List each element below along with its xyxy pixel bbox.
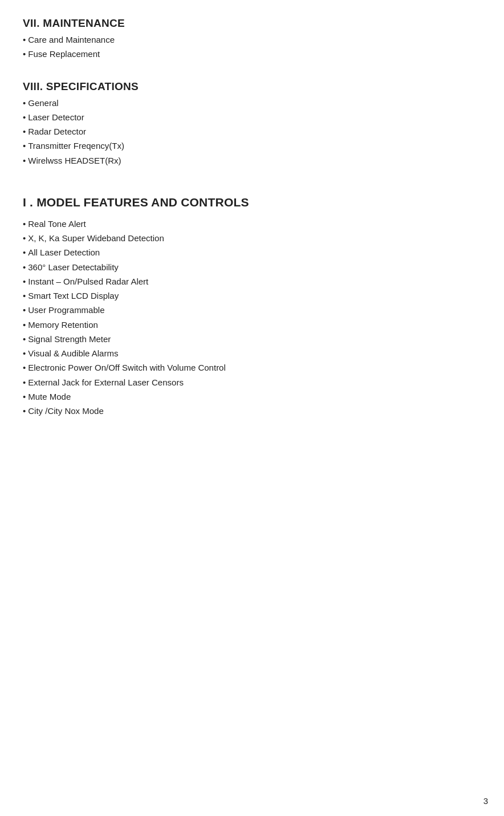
section-viii: VIII. SPECIFICATIONS • General • Laser D… [23, 80, 481, 167]
bullet-dot: • [23, 111, 26, 124]
list-item: • Visual & Audible Alarms [23, 347, 481, 360]
bullet-dot: • [23, 139, 26, 152]
spacer [23, 67, 481, 80]
list-item: • Real Tone Alert [23, 217, 481, 230]
section-i-model-heading: I . MODEL FEATURES AND CONTROLS [23, 196, 481, 209]
bullet-dot: • [23, 261, 26, 274]
bullet-dot: • [23, 232, 26, 245]
bullet-dot: • [23, 332, 26, 346]
item-label: Real Tone Alert [28, 217, 86, 230]
list-item: • Electronic Power On/Off Switch with Vo… [23, 361, 481, 374]
list-item: • Radar Detector [23, 125, 481, 138]
spacer-large [23, 173, 481, 196]
item-label: General [28, 96, 58, 109]
item-label: All Laser Detection [28, 246, 100, 259]
item-label: Signal Strength Meter [28, 332, 111, 346]
page-number: 3 [483, 796, 488, 806]
list-item: • External Jack for External Laser Censo… [23, 376, 481, 389]
list-item: • City /City Nox Mode [23, 404, 481, 417]
list-item: • All Laser Detection [23, 246, 481, 259]
bullet-dot: • [23, 318, 26, 331]
list-item: • Transmitter Freqency(Tx) [23, 139, 481, 152]
bullet-dot: • [23, 217, 26, 230]
section-vii-heading: VII. MAINTENANCE [23, 17, 481, 30]
item-label: Laser Detector [28, 111, 84, 124]
list-item: • Fuse Replacement [23, 47, 481, 60]
list-item: • Mute Mode [23, 390, 481, 403]
bullet-dot: • [23, 96, 26, 109]
list-item: • Wirelwss HEADSET(Rx) [23, 154, 481, 167]
list-item: • Care and Maintenance [23, 33, 481, 46]
bullet-dot: • [23, 361, 26, 374]
item-label: Visual & Audible Alarms [28, 347, 118, 360]
item-label: Mute Mode [28, 390, 71, 403]
bullet-dot: • [23, 125, 26, 138]
item-label: City /City Nox Mode [28, 404, 104, 417]
list-item: • Laser Detector [23, 111, 481, 124]
item-label: External Jack for External Laser Censors [28, 376, 184, 389]
bullet-dot: • [23, 303, 26, 316]
bullet-dot: • [23, 246, 26, 259]
bullet-dot: • [23, 404, 26, 417]
item-label: User Programmable [28, 303, 104, 316]
item-label: Radar Detector [28, 125, 86, 138]
bullet-dot: • [23, 33, 26, 46]
item-label: Electronic Power On/Off Switch with Volu… [28, 361, 226, 374]
item-label: 360° Laser Detectability [28, 261, 119, 274]
bullet-dot: • [23, 47, 26, 60]
list-item: • User Programmable [23, 303, 481, 316]
section-vii: VII. MAINTENANCE • Care and Maintenance … [23, 17, 481, 61]
list-item: • Signal Strength Meter [23, 332, 481, 346]
item-label: Fuse Replacement [28, 47, 100, 60]
bullet-dot: • [23, 376, 26, 389]
list-item: • X, K, Ka Super Wideband Detection [23, 232, 481, 245]
item-label: Transmitter Freqency(Tx) [28, 139, 124, 152]
item-label: Wirelwss HEADSET(Rx) [28, 154, 121, 167]
list-item: • Smart Text LCD Display [23, 289, 481, 302]
bullet-dot: • [23, 154, 26, 167]
bullet-dot: • [23, 347, 26, 360]
section-viii-heading: VIII. SPECIFICATIONS [23, 80, 481, 93]
item-label: X, K, Ka Super Wideband Detection [28, 232, 164, 245]
item-label: Instant – On/Pulsed Radar Alert [28, 275, 148, 288]
item-label: Memory Retention [28, 318, 98, 331]
section-i-model: I . MODEL FEATURES AND CONTROLS • Real T… [23, 196, 481, 418]
list-item: • Memory Retention [23, 318, 481, 331]
list-item: • 360° Laser Detectability [23, 261, 481, 274]
bullet-dot: • [23, 390, 26, 403]
list-item: • General [23, 96, 481, 109]
bullet-dot: • [23, 275, 26, 288]
list-item: • Instant – On/Pulsed Radar Alert [23, 275, 481, 288]
item-label: Care and Maintenance [28, 33, 115, 46]
item-label: Smart Text LCD Display [28, 289, 119, 302]
bullet-dot: • [23, 289, 26, 302]
